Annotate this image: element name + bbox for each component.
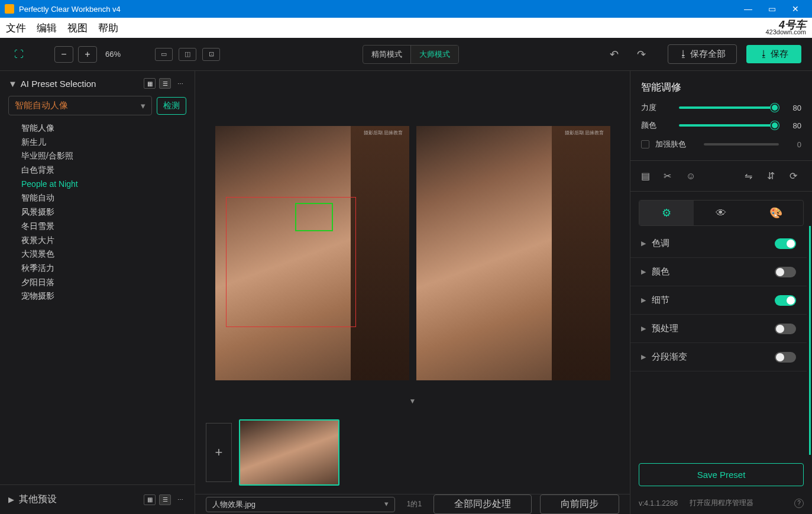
right-panel-title: 智能调修 xyxy=(630,71,812,99)
mode-master[interactable]: 大师模式 xyxy=(410,46,458,63)
save-button[interactable]: ⭳ 保存 xyxy=(746,45,801,63)
zoom-level[interactable]: 66% xyxy=(105,50,121,59)
tab-adjustments[interactable]: ⚙ xyxy=(639,201,694,225)
eye-detection-box xyxy=(295,203,333,231)
right-panel: 智能调修 力度 80 颜色 80 加强肤色 0 ▤ ✂ ☺ ⇋ ⇵ ⟳ ⚙ 👁 xyxy=(630,71,812,514)
preset-item[interactable]: 新生儿 xyxy=(21,135,186,150)
save-preset-button[interactable]: Save Preset xyxy=(639,463,804,486)
histogram-icon[interactable]: ▤ xyxy=(641,170,653,182)
preset-item[interactable]: 冬日雪景 xyxy=(21,219,186,234)
app-icon xyxy=(5,4,14,14)
face-icon[interactable]: ☺ xyxy=(686,171,698,182)
view-crop-icon[interactable]: ⊡ xyxy=(202,48,220,61)
minimize-button[interactable]: — xyxy=(736,4,760,14)
slider-color[interactable]: 颜色 80 xyxy=(630,117,812,134)
window-title: Perfectly Clear Workbench v4 xyxy=(19,5,121,14)
other-view-list-icon[interactable]: ☰ xyxy=(159,494,171,505)
more-options-icon[interactable]: ⋯ xyxy=(174,78,186,89)
view-split-icon[interactable]: ◫ xyxy=(179,48,196,61)
adjustment-group[interactable]: ▶分段渐变 xyxy=(630,343,807,371)
window-titlebar: Perfectly Clear Workbench v4 — ▭ ✕ xyxy=(0,0,812,18)
sync-all-button[interactable]: 全部同步处理 xyxy=(434,494,532,514)
zoom-out-button[interactable]: − xyxy=(54,46,73,63)
menu-edit[interactable]: 编辑 xyxy=(37,21,57,35)
slider-strength[interactable]: 力度 80 xyxy=(630,99,812,117)
group-toggle[interactable] xyxy=(775,295,796,306)
preset-item[interactable]: 夜景大片 xyxy=(21,234,186,248)
other-view-grid-icon[interactable]: ▦ xyxy=(144,494,156,505)
menu-file[interactable]: 文件 xyxy=(6,21,26,35)
before-image: 摄影后期 思缘教育 xyxy=(215,126,409,380)
preset-item[interactable]: 宠物摄影 xyxy=(21,289,186,303)
add-image-button[interactable]: + xyxy=(206,423,232,482)
tab-face[interactable]: 🎨 xyxy=(749,201,803,225)
view-single-icon[interactable]: ▭ xyxy=(155,48,173,61)
adjustment-group[interactable]: ▶预处理 xyxy=(630,315,807,343)
preset-section-toggle[interactable]: ▼ xyxy=(8,79,17,89)
preset-item[interactable]: 智能自动 xyxy=(21,191,186,205)
zoom-in-button[interactable]: + xyxy=(78,46,97,63)
preset-list: 智能人像新生儿毕业照/合影照白色背景People at Night智能自动风景摄… xyxy=(0,121,195,303)
group-toggle[interactable] xyxy=(775,324,796,334)
adjustment-group[interactable]: ▶颜色 xyxy=(630,258,807,286)
preset-item[interactable]: People at Night xyxy=(21,177,186,192)
flip-h-icon[interactable]: ⇋ xyxy=(745,170,756,182)
preset-item[interactable]: 毕业照/合影照 xyxy=(21,149,186,163)
view-list-icon[interactable]: ☰ xyxy=(159,78,171,89)
detect-button[interactable]: 检测 xyxy=(157,97,186,115)
mode-switcher: 精简模式 大师模式 xyxy=(363,45,459,64)
chevron-down-icon[interactable]: ▼ xyxy=(409,397,416,405)
fit-to-screen-icon[interactable]: ⛶ xyxy=(11,46,27,63)
tab-eye[interactable]: 👁 xyxy=(694,201,748,225)
sync-forward-button[interactable]: 向前同步 xyxy=(540,494,619,514)
menu-view[interactable]: 视图 xyxy=(67,21,88,35)
close-button[interactable]: ✕ xyxy=(784,4,807,14)
other-more-icon[interactable]: ⋯ xyxy=(174,494,186,505)
save-all-button[interactable]: ⭳ 保存全部 xyxy=(668,44,737,64)
enhance-skin-row[interactable]: 加强肤色 0 xyxy=(630,134,812,154)
group-toggle[interactable] xyxy=(775,267,796,277)
other-presets-label[interactable]: 其他预设 xyxy=(19,493,57,506)
face-detection-box xyxy=(226,197,356,327)
redo-button[interactable]: ↷ xyxy=(632,46,651,63)
adjustment-tabs: ⚙ 👁 🎨 xyxy=(639,200,804,226)
preset-item[interactable]: 大漠景色 xyxy=(21,247,186,261)
adjustment-groups: ▶色调▶颜色▶细节▶预处理▶分段渐变 xyxy=(630,226,811,455)
left-panel: ▼ AI Preset Selection ▦ ☰ ⋯ 智能自动人像▾ 检测 智… xyxy=(0,71,195,514)
maximize-button[interactable]: ▭ xyxy=(760,4,784,14)
preset-item[interactable]: 风景摄影 xyxy=(21,205,186,219)
center-panel: 摄影后期 思缘教育 摄影后期 思缘教育 ▼ + 人物效果.jpg▾ 1的1 全部… xyxy=(195,71,630,514)
filename-dropdown[interactable]: 人物效果.jpg▾ xyxy=(206,497,395,512)
mode-simple[interactable]: 精简模式 xyxy=(363,46,410,63)
preset-item[interactable]: 夕阳日落 xyxy=(21,276,186,290)
crop-icon[interactable]: ✂ xyxy=(664,170,675,182)
preset-item[interactable]: 智能人像 xyxy=(21,121,186,135)
preset-item[interactable]: 秋季活力 xyxy=(21,261,186,276)
toolbar: ⛶ − + 66% ▭ ◫ ⊡ 精简模式 大师模式 ↶ ↷ ⭳ 保存全部 ⭳ 保… xyxy=(0,38,812,71)
preset-item[interactable]: 白色背景 xyxy=(21,163,186,177)
version-label: v:4.1.1.2286 xyxy=(639,499,678,507)
enhance-skin-checkbox[interactable] xyxy=(641,140,649,148)
image-viewer[interactable]: 摄影后期 思缘教育 摄影后期 思缘教育 ▼ xyxy=(195,71,630,411)
thumbnail-0[interactable] xyxy=(239,419,339,486)
adjustment-group[interactable]: ▶细节 xyxy=(630,286,807,315)
menu-help[interactable]: 帮助 xyxy=(98,21,118,35)
other-presets-toggle[interactable]: ▶ xyxy=(8,495,14,504)
after-image: 摄影后期 思缘教育 xyxy=(416,126,610,380)
flip-v-icon[interactable]: ⇵ xyxy=(767,170,779,182)
filmstrip: + xyxy=(195,411,630,494)
view-grid-icon[interactable]: ▦ xyxy=(144,78,156,89)
help-icon[interactable]: ? xyxy=(794,499,804,508)
adjustment-group[interactable]: ▶色调 xyxy=(630,229,807,258)
bottom-bar: 人物效果.jpg▾ 1的1 全部同步处理 向前同步 xyxy=(195,494,630,514)
group-toggle[interactable] xyxy=(775,238,796,249)
group-toggle[interactable] xyxy=(775,352,796,363)
site-logo: 4号车 423down.com xyxy=(766,20,807,35)
undo-button[interactable]: ↶ xyxy=(605,46,624,63)
rotate-icon[interactable]: ⟳ xyxy=(790,170,801,182)
image-counter: 1的1 xyxy=(403,499,425,509)
tool-icons-row: ▤ ✂ ☺ ⇋ ⇵ ⟳ xyxy=(630,160,812,192)
status-text[interactable]: 打开应用程序管理器 xyxy=(690,498,753,508)
menubar: 文件 编辑 视图 帮助 4号车 423down.com xyxy=(0,18,812,38)
preset-dropdown[interactable]: 智能自动人像▾ xyxy=(8,96,152,115)
